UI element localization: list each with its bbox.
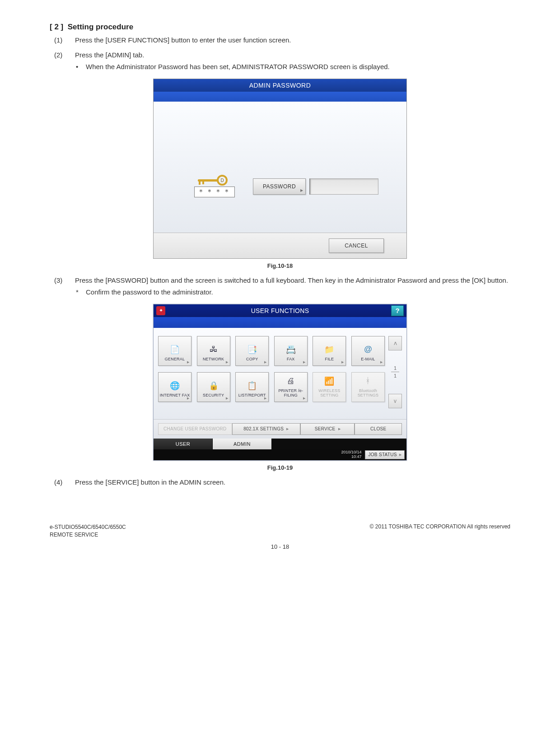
password-button[interactable]: PASSWORD ▶ xyxy=(253,178,306,195)
cancel-button-label: CANCEL xyxy=(345,243,368,249)
step-3-num: (3) xyxy=(50,275,75,298)
fig-10-18-caption: Fig.10-18 xyxy=(50,262,510,269)
chevron-up-icon: ʌ xyxy=(394,340,397,346)
chevron-icon: ▶ xyxy=(380,360,383,364)
footer-section: REMOTE SERVICE xyxy=(50,531,126,539)
password-button-label: PASSWORD xyxy=(263,183,296,190)
uf-titlebar: ✦ USER FUNCTIONS ? xyxy=(154,304,406,317)
tile-security[interactable]: 🔒SECURITY▶ xyxy=(197,372,230,402)
tile-list-report[interactable]: 📋LIST/REPORT▶ xyxy=(235,372,269,402)
tiles-grid: 📄GENERAL▶ 🖧NETWORK▶ 📑COPY▶ 📇FAX▶ 📁FILE▶ … xyxy=(158,336,385,408)
chevron-icon: ▶ xyxy=(286,427,289,431)
page-footer: e-STUDIO5540C/6540C/6550C REMOTE SERVICE… xyxy=(50,523,510,539)
figure-10-18: ADMIN PASSWORD D ＊＊＊＊ PASSWORD ▶ CANCEL … xyxy=(50,79,510,269)
tiles-row-2: 🌐INTERNET FAX▶ 🔒SECURITY▶ 📋LIST/REPORT▶ … xyxy=(158,372,385,402)
wireless-icon: 📶 xyxy=(322,375,336,387)
tile-network[interactable]: 🖧NETWORK▶ xyxy=(197,336,230,366)
step-4-text: Press the [SERVICE] button in the ADMIN … xyxy=(75,477,510,488)
timestamp: 2010/10/14 10:47 xyxy=(341,450,361,459)
step-1-num: (1) xyxy=(50,35,75,46)
tile-copy[interactable]: 📑COPY▶ xyxy=(235,336,269,366)
job-status-label: JOB STATUS xyxy=(368,452,397,457)
tile-file[interactable]: 📁FILE▶ xyxy=(313,336,346,366)
step-4-num: (4) xyxy=(50,477,75,488)
tile-fax[interactable]: 📇FAX▶ xyxy=(274,336,308,366)
step-1: (1) Press the [USER FUNCTIONS] button to… xyxy=(50,35,510,46)
password-input[interactable] xyxy=(309,178,378,195)
tile-email[interactable]: @E-MAIL▶ xyxy=(351,336,385,366)
step-3-text: Press the [PASSWORD] button and the scre… xyxy=(75,275,510,286)
tile-printer-efiling[interactable]: 🖨PRINTER /e-FILING▶ xyxy=(274,372,308,402)
uf-button-row: CHANGE USER PASSWORD 802.1X SETTINGS▶ SE… xyxy=(154,419,406,439)
security-icon: 🔒 xyxy=(207,380,220,392)
step-3-star-text: Confirm the password to the administrato… xyxy=(86,287,510,298)
step-4: (4) Press the [SERVICE] button in the AD… xyxy=(50,477,510,488)
password-mask-box: ＊＊＊＊ xyxy=(194,187,235,197)
admin-password-subbar xyxy=(154,92,406,102)
tab-admin[interactable]: ADMIN xyxy=(213,439,271,449)
cancel-button[interactable]: CANCEL xyxy=(329,238,384,253)
service-button[interactable]: SERVICE▶ xyxy=(300,423,355,435)
help-button[interactable]: ? xyxy=(391,305,404,316)
section-title-text: Setting procedure xyxy=(68,23,133,31)
scroll-down-button[interactable]: v xyxy=(388,394,402,408)
scroll-page-current: 1 xyxy=(394,365,397,371)
chevron-icon: ▶ xyxy=(399,453,401,457)
step-3: (3) Press the [PASSWORD] button and the … xyxy=(50,275,510,298)
section-heading: [ 2 ] Setting procedure xyxy=(50,23,510,32)
chevron-icon: ▶ xyxy=(187,360,189,364)
copy-icon: 📑 xyxy=(245,344,259,355)
tab-user[interactable]: USER xyxy=(154,439,213,449)
list-report-icon: 📋 xyxy=(245,380,259,392)
step-2-sub-bullet: • xyxy=(75,62,86,72)
page-number: 10 - 18 xyxy=(50,543,510,550)
chevron-icon: ▶ xyxy=(338,427,341,431)
tile-internet-fax[interactable]: 🌐INTERNET FAX▶ xyxy=(158,372,191,402)
general-icon: 📄 xyxy=(168,344,182,355)
scroll-up-button[interactable]: ʌ xyxy=(388,336,402,350)
figure-10-19: ✦ USER FUNCTIONS ? 📄GENERAL▶ 🖧NETWORK▶ 📑… xyxy=(50,304,510,471)
svg-rect-1 xyxy=(198,179,219,182)
chevron-icon: ▶ xyxy=(264,360,266,364)
admin-password-body: D ＊＊＊＊ PASSWORD ▶ xyxy=(154,102,406,233)
tile-general[interactable]: 📄GENERAL▶ xyxy=(158,336,191,366)
chevron-down-icon: v xyxy=(394,398,397,404)
user-functions-screen: ✦ USER FUNCTIONS ? 📄GENERAL▶ 🖧NETWORK▶ 📑… xyxy=(153,304,407,461)
svg-rect-3 xyxy=(202,182,204,184)
fax-icon: 📇 xyxy=(284,344,298,355)
user-functions-icon: ✦ xyxy=(156,306,165,315)
bluetooth-icon: ᚼ xyxy=(361,375,375,387)
step-3-star: * xyxy=(75,287,86,298)
step-1-text: Press the [USER FUNCTIONS] button to ent… xyxy=(75,35,510,46)
8021x-settings-button[interactable]: 802.1X SETTINGS▶ xyxy=(232,423,301,435)
email-icon: @ xyxy=(361,344,375,355)
scroll-column: ʌ 1 1 v xyxy=(388,336,402,408)
section-number: [ 2 ] xyxy=(50,23,63,31)
chevron-icon: ▶ xyxy=(264,397,266,400)
uf-title: USER FUNCTIONS xyxy=(169,307,391,314)
timestamp-time: 10:47 xyxy=(341,455,361,459)
uf-status-bar: 2010/10/14 10:47 JOB STATUS ▶ xyxy=(154,449,406,460)
step-2: (2) Press the [ADMIN] tab. • When the Ad… xyxy=(50,50,510,72)
step-2-text: Press the [ADMIN] tab. xyxy=(75,50,510,61)
chevron-icon: ▶ xyxy=(341,360,344,364)
footer-model: e-STUDIO5540C/6540C/6550C xyxy=(50,523,126,531)
tiles-row-1: 📄GENERAL▶ 🖧NETWORK▶ 📑COPY▶ 📇FAX▶ 📁FILE▶ … xyxy=(158,336,385,366)
uf-subbar xyxy=(154,317,406,328)
chevron-icon: ▶ xyxy=(226,360,228,364)
job-status-button[interactable]: JOB STATUS ▶ xyxy=(365,450,405,459)
chevron-icon: ▶ xyxy=(303,397,305,400)
tile-wireless-setting: 📶WIRELESS SETTING xyxy=(313,372,346,402)
uf-body: 📄GENERAL▶ 🖧NETWORK▶ 📑COPY▶ 📇FAX▶ 📁FILE▶ … xyxy=(154,328,406,419)
change-user-password-button: CHANGE USER PASSWORD xyxy=(158,423,232,435)
fig-10-19-caption: Fig.10-19 xyxy=(50,464,510,471)
help-icon: ? xyxy=(395,307,399,314)
step-2-num: (2) xyxy=(50,50,75,72)
admin-password-screen: ADMIN PASSWORD D ＊＊＊＊ PASSWORD ▶ CANCEL xyxy=(153,79,407,259)
close-button[interactable]: CLOSE xyxy=(355,423,402,435)
tile-bluetooth-settings: ᚼBluetooth SETTINGS xyxy=(351,372,385,402)
network-icon: 🖧 xyxy=(207,344,220,355)
scroll-page-total: 1 xyxy=(394,373,397,378)
admin-password-title: ADMIN PASSWORD xyxy=(154,79,406,92)
admin-password-footer: CANCEL xyxy=(154,233,406,258)
